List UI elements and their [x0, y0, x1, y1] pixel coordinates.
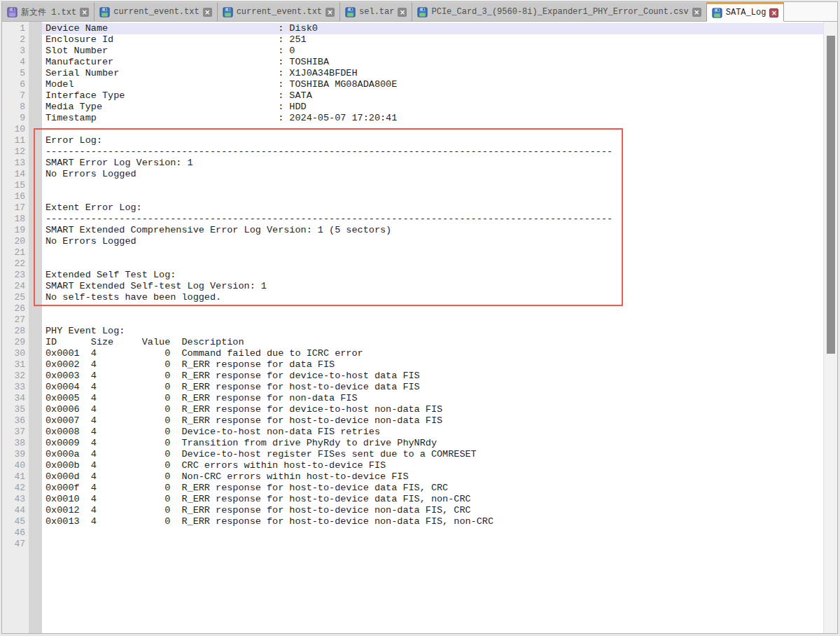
editor-line [42, 527, 823, 539]
line-number: 21 [2, 247, 29, 258]
tab-pcie-card-3-9560-8i-expander1-phy-error-count-csv[interactable]: PCIe_Card_3_(9560-8i)_Expander1_PHY_Erro… [412, 2, 706, 21]
close-icon[interactable]: × [769, 8, 778, 18]
editor-line: 0x000b 4 0 CRC errors within host-to-dev… [42, 460, 823, 471]
editor-line: SMART Extended Self-test Log Version: 1 [42, 281, 823, 292]
line-number: 18 [2, 214, 29, 225]
tab-sel-tar[interactable]: sel.tar× [340, 2, 412, 21]
line-number: 16 [2, 191, 29, 202]
line-number: 24 [2, 281, 29, 292]
editor-line: PHY Event Log: [42, 326, 823, 337]
line-number: 43 [2, 494, 29, 505]
editor-line: Error Log: [42, 135, 823, 146]
tab-label: 新文件 1.txt [21, 6, 76, 18]
editor-line: 0x0006 4 0 R_ERR response for device-to-… [42, 404, 823, 415]
floppy-blue-icon [223, 7, 233, 18]
editor-line: Timestamp : 2024-05-07 17:20:41 [42, 113, 823, 124]
editor-line: Media Type : HDD [42, 102, 823, 113]
line-number: 36 [2, 415, 29, 427]
editor-line: 0x0004 4 0 R_ERR response for host-to-de… [42, 382, 823, 393]
line-number: 45 [2, 516, 29, 527]
editor-line: Extended Self Test Log: [42, 270, 823, 281]
editor-line: 0x0007 4 0 R_ERR response for host-to-de… [42, 415, 823, 427]
line-number: 25 [2, 292, 29, 303]
vertical-scrollbar[interactable] [823, 22, 837, 634]
line-number: 27 [2, 314, 29, 326]
line-number: 44 [2, 505, 29, 516]
editor-line: 0x000f 4 0 R_ERR response for host-to-de… [42, 483, 823, 494]
line-number: 38 [2, 438, 29, 449]
line-number: 35 [2, 404, 29, 415]
line-number: 30 [2, 348, 29, 359]
line-number: 10 [2, 124, 29, 135]
editor-line: 0x0013 4 0 R_ERR response for host-to-de… [42, 516, 823, 527]
app-window: 新文件 1.txt×current_event.txt×current_even… [1, 1, 838, 634]
editor-line: 0x0012 4 0 R_ERR response for host-to-de… [42, 505, 823, 516]
editor-line: No Errors Logged [42, 236, 823, 247]
tab-current-event-txt[interactable]: current_event.txt× [94, 2, 217, 21]
close-icon[interactable]: × [398, 8, 407, 17]
line-number: 17 [2, 202, 29, 214]
editor-line: 0x000d 4 0 Non-CRC errors within host-to… [42, 471, 823, 483]
tab-label: PCIe_Card_3_(9560-8i)_Expander1_PHY_Erro… [431, 7, 688, 17]
editor-line: Serial Number : X1J0A34BFDEH [42, 68, 823, 79]
line-number: 33 [2, 382, 29, 393]
editor-line: Manufacturer : TOSHIBA [42, 57, 823, 68]
line-number: 47 [2, 539, 29, 550]
line-number: 39 [2, 449, 29, 460]
editor-line: Enclosure Id : 251 [42, 34, 823, 46]
line-number: 29 [2, 337, 29, 348]
tab-sata-log[interactable]: SATA_Log× [707, 2, 785, 22]
editor-line: Interface Type : SATA [42, 90, 823, 102]
line-number: 31 [2, 359, 29, 371]
editor-line: 0x0010 4 0 R_ERR response for host-to-de… [42, 494, 823, 505]
line-number: 8 [2, 102, 29, 113]
editor-line: 0x0001 4 0 Command failed due to ICRC er… [42, 348, 823, 359]
tab-label: SATA_Log [726, 8, 766, 18]
line-number: 34 [2, 393, 29, 404]
line-number: 28 [2, 326, 29, 337]
editor-line: 0x000a 4 0 Device-to-host register FISes… [42, 449, 823, 460]
close-icon[interactable]: × [692, 8, 701, 17]
close-icon[interactable]: × [203, 8, 212, 17]
editor-line: 0x0009 4 0 Transition from drive PhyRdy … [42, 438, 823, 449]
line-number: 5 [2, 68, 29, 79]
editor-line: Slot Number : 0 [42, 46, 823, 57]
line-number: 32 [2, 371, 29, 382]
editor-line [42, 258, 823, 270]
line-number: 1 [2, 23, 29, 34]
close-icon[interactable]: × [80, 8, 89, 17]
editor-line: SMART Error Log Version: 1 [42, 158, 823, 169]
text-area[interactable]: Device Name : Disk0Enclosure Id : 251Slo… [42, 22, 823, 634]
editor-line: 0x0008 4 0 Device-to-host non-data FIS r… [42, 427, 823, 438]
fold-margin [29, 22, 42, 634]
line-number: 14 [2, 169, 29, 180]
scrollbar-thumb[interactable] [827, 36, 835, 354]
floppy-purple-icon [7, 7, 18, 18]
line-number: 3 [2, 46, 29, 57]
floppy-blue-icon [99, 7, 110, 18]
editor-line: ID Size Value Description [42, 337, 823, 348]
editor-line [42, 303, 823, 314]
tab-bar-filler [784, 2, 837, 21]
floppy-blue-icon [345, 7, 356, 18]
editor-line: ----------------------------------------… [42, 146, 823, 158]
editor-line [42, 539, 823, 550]
tab-1-txt[interactable]: 新文件 1.txt× [2, 2, 94, 21]
tab-current-event-txt[interactable]: current_event.txt× [218, 2, 340, 21]
tab-label: current_event.txt [237, 7, 322, 17]
line-number: 26 [2, 303, 29, 314]
line-number: 23 [2, 270, 29, 281]
editor-line: Extent Error Log: [42, 202, 823, 214]
floppy-blue-icon [417, 7, 428, 18]
line-number: 46 [2, 527, 29, 539]
editor-line: No self-tests have been logged. [42, 292, 823, 303]
line-number: 6 [2, 79, 29, 90]
editor-line [42, 314, 823, 326]
line-number: 37 [2, 427, 29, 438]
line-number: 4 [2, 57, 29, 68]
editor-line: 0x0003 4 0 R_ERR response for device-to-… [42, 371, 823, 382]
close-icon[interactable]: × [326, 8, 335, 17]
tab-bar: 新文件 1.txt×current_event.txt×current_even… [2, 2, 837, 22]
editor-line: Model : TOSHIBA MG08ADA800E [42, 79, 823, 90]
editor-line: Device Name : Disk0 [42, 23, 823, 34]
